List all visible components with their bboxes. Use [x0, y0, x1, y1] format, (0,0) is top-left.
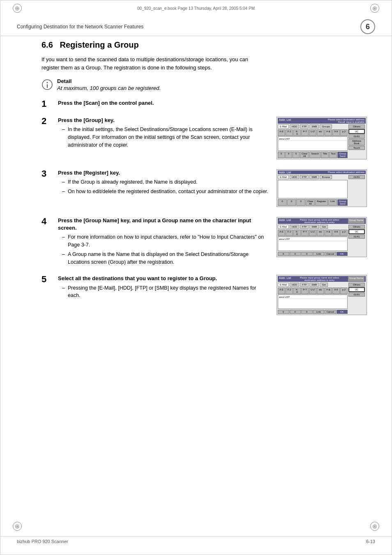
screen4-btn-0c: 0	[301, 310, 313, 314]
screen1-btn-title: Title	[321, 152, 329, 158]
step-5-main: Select all the destinations that you wan…	[58, 275, 270, 282]
step-5: 5 Select all the destinations that you w…	[42, 275, 367, 318]
screen4-alpha-p2: p.2	[340, 288, 348, 294]
step-4-with-image: Press the [Group Name] key, and input a …	[58, 217, 367, 267]
screen1-tab-hdd: HDD	[290, 124, 299, 129]
screen1-alpha-09: 0-9	[332, 129, 340, 136]
screen4-title-center: Please input group name and selectdestin…	[291, 276, 348, 281]
step-4: 4 Press the [Group Name] key, and input …	[42, 217, 367, 267]
step-3-with-image: Press the [Register] key. If the Group i…	[58, 169, 367, 210]
screen1-alpha-ae: A-E	[278, 129, 285, 136]
step-3-text-col: Press the [Register] key. If the Group i…	[58, 169, 270, 197]
screen1-btn-clearall: Clear All	[300, 152, 309, 158]
step-3-content: Press the [Register] key. If the Group i…	[58, 169, 367, 210]
top-marks-area: ⊕ 00_920_scan_e.book Page 13 Thursday, A…	[0, 0, 392, 16]
screen1-btn-addrbook: Address Book	[348, 139, 365, 145]
screen3-btn-0c: 0	[301, 252, 313, 256]
screen4-tab-email: E-Mail	[278, 283, 289, 287]
screen3-tab-email: E-Mail	[278, 225, 289, 229]
screen3-alpha-pt: P-T	[301, 230, 309, 236]
page-footer: bizhub PRO 920 Scanner 6-13	[0, 536, 392, 546]
reg-mark-tr: ⊕	[370, 4, 379, 13]
content-area: 6.6 Registering a Group If you want to s…	[0, 36, 392, 333]
screen2-title-left: Addr. List	[279, 171, 291, 174]
screen1-btn-page: 01/01	[348, 134, 365, 138]
screen3-main-area: E-Mail HDD FTP SMB Get A-E F-J	[278, 225, 366, 256]
step-2-image: Addr. List Please select destination add…	[277, 117, 367, 162]
screen4-tab-get: Get	[320, 283, 328, 287]
screen3-btn-0a: 0	[278, 252, 289, 256]
screen2-tab-smb: SMB	[309, 175, 319, 179]
screen3-right-btns: Others UC 01/01	[348, 225, 366, 239]
screen2-tab-hdd: HDD	[290, 175, 299, 179]
screen2-btn-clearall: Clear All	[306, 199, 315, 206]
step-5-with-image: Select all the destinations that you wan…	[58, 275, 367, 318]
screen1-alpha-etc: etc	[317, 129, 324, 136]
screen1-btn-touch: Touch	[348, 146, 365, 150]
step-4-bullets: For more information on how to input cha…	[58, 233, 270, 266]
screen3-alpha-fj: F-J	[286, 230, 293, 236]
screen4-tab-smb: SMB	[309, 283, 319, 287]
section-title: Registering a Group	[60, 40, 138, 49]
screen3-bottom-btns: 0 0 0 Link Cancel OK	[278, 252, 348, 256]
screen1-btn-groupsend: Group Send	[337, 152, 348, 158]
screen3-title-btn: Group Name	[348, 219, 364, 223]
step-3-main: Press the [Register] key.	[58, 169, 270, 177]
detail-box: Detail At maximum, 100 groups can be reg…	[42, 78, 367, 92]
screen2-main-area: E-Mail HDD FTP SMB Browse 0	[278, 175, 366, 206]
screen1-alpha-uz: U-Z	[309, 129, 316, 136]
screen3-list-area: E-Mail HDD FTP SMB Get A-E F-J	[278, 225, 348, 256]
step-3-bullets: If the Group is already registered, the …	[58, 178, 270, 196]
screen1-btn-0b: 0	[285, 152, 292, 158]
step-4-content: Press the [Group Name] key, and input a …	[58, 217, 367, 267]
screen4-list: area LIST	[278, 295, 348, 309]
screen3-btn-0b: 0	[290, 252, 301, 256]
screen2-btn-groupsend: Group Send	[337, 199, 348, 206]
screen2-btn-register: Register	[315, 199, 327, 206]
step-1-content: Press the [Scan] on the control panel.	[58, 99, 367, 108]
screen2-tab-email: E-Mail	[278, 175, 289, 179]
step-5-bullets: Pressing the [E-Mail], [HDD], [FTP] or […	[58, 284, 270, 300]
screen4-alpha-fj: F-J	[286, 288, 293, 294]
file-info: 00_920_scan_e.book Page 13 Thursday, Apr…	[137, 6, 255, 11]
screen3-alpha-uz: U-Z	[309, 230, 316, 236]
step-5-content: Select all the destinations that you wan…	[58, 275, 367, 318]
detail-icon	[42, 79, 53, 92]
screen4-btn-page: 01/01	[348, 292, 365, 297]
screen3-tab-smb: SMB	[309, 225, 319, 229]
screen1-title-bar: Addr. List Please select destination add…	[278, 118, 366, 124]
screen4-btn-ok: OK	[337, 310, 348, 314]
screen4-bottom-btns: 0 0 0 Link Cancel OK	[278, 310, 348, 314]
step-2-content: Press the [Group] key. In the initial se…	[58, 117, 367, 162]
screen3-list-item: area LIST	[279, 237, 347, 241]
screen2-title-right: Please select destination address	[328, 171, 364, 174]
screen1-btn-0c: 0	[293, 152, 300, 158]
screen4-alpha-ae: A-E	[278, 288, 285, 294]
screen2-title-bar: Addr. List Please select destination add…	[278, 170, 366, 174]
detail-title: Detail	[57, 78, 161, 84]
step-4-bullet-1: For more information on how to input cha…	[64, 233, 270, 249]
top-left-reg-mark: ⊕	[13, 4, 22, 13]
screen1-title-left: Addr. List	[279, 118, 291, 123]
section-number: 6.6	[42, 40, 53, 49]
screen1-tab-email: E-Mail	[278, 124, 289, 129]
screen4-title-bar: Addr. List Please input group name and s…	[278, 276, 366, 282]
screen4-alpha-09: 0-9	[332, 288, 340, 294]
screen1-side-area: Others UC 01/01 Address Book Touch	[348, 124, 366, 158]
page: ⊕ 00_920_scan_e.book Page 13 Thursday, A…	[0, 0, 392, 555]
screen3-alpha-p2: p.2	[340, 230, 348, 236]
screen4-btn-0a: 0	[278, 310, 289, 314]
screen2-right-btns: 01/01	[348, 175, 366, 179]
screen1-alpha-fj: F-J	[286, 129, 293, 136]
footer-right: 6-13	[366, 539, 375, 544]
footer-left: bizhub PRO 920 Scanner	[17, 539, 68, 544]
screen3-tab-get: Get	[320, 225, 328, 229]
screen4-list-area: E-Mail HDD FTP SMB Get A-E F-J	[278, 283, 348, 314]
screen4-main-area: E-Mail HDD FTP SMB Get A-E F-J	[278, 283, 366, 314]
step-3-number: 3	[42, 168, 58, 179]
screen4-tab-hdd: HDD	[290, 283, 299, 287]
screen4-tabs: E-Mail HDD FTP SMB Get	[278, 283, 348, 287]
screen2-btn-0b: 0	[287, 199, 296, 206]
page-header: Configuring Destination for the Network …	[0, 16, 392, 36]
screen3-btn-page: 01/01	[348, 235, 365, 239]
